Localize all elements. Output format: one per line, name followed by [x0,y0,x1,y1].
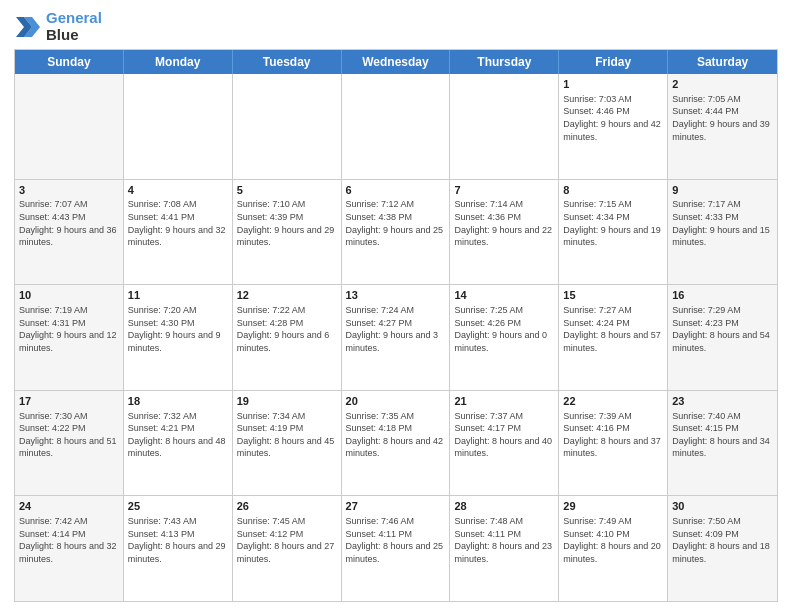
calendar-cell: 22Sunrise: 7:39 AM Sunset: 4:16 PM Dayli… [559,391,668,496]
day-info: Sunrise: 7:35 AM Sunset: 4:18 PM Dayligh… [346,410,446,460]
calendar-header: SundayMondayTuesdayWednesdayThursdayFrid… [15,50,777,74]
day-number: 29 [563,499,663,514]
day-info: Sunrise: 7:17 AM Sunset: 4:33 PM Dayligh… [672,198,773,248]
calendar-row: 10Sunrise: 7:19 AM Sunset: 4:31 PM Dayli… [15,284,777,390]
header: General Blue [14,10,778,43]
day-info: Sunrise: 7:15 AM Sunset: 4:34 PM Dayligh… [563,198,663,248]
calendar-cell: 25Sunrise: 7:43 AM Sunset: 4:13 PM Dayli… [124,496,233,601]
day-info: Sunrise: 7:05 AM Sunset: 4:44 PM Dayligh… [672,93,773,143]
day-number: 23 [672,394,773,409]
logo-icon [14,13,42,41]
day-number: 30 [672,499,773,514]
weekday-header: Wednesday [342,50,451,74]
calendar-cell: 15Sunrise: 7:27 AM Sunset: 4:24 PM Dayli… [559,285,668,390]
calendar-row: 24Sunrise: 7:42 AM Sunset: 4:14 PM Dayli… [15,495,777,601]
day-info: Sunrise: 7:32 AM Sunset: 4:21 PM Dayligh… [128,410,228,460]
calendar-cell: 3Sunrise: 7:07 AM Sunset: 4:43 PM Daylig… [15,180,124,285]
day-number: 6 [346,183,446,198]
calendar-cell: 14Sunrise: 7:25 AM Sunset: 4:26 PM Dayli… [450,285,559,390]
day-info: Sunrise: 7:08 AM Sunset: 4:41 PM Dayligh… [128,198,228,248]
calendar-cell: 12Sunrise: 7:22 AM Sunset: 4:28 PM Dayli… [233,285,342,390]
logo: General Blue [14,10,102,43]
calendar-cell: 20Sunrise: 7:35 AM Sunset: 4:18 PM Dayli… [342,391,451,496]
day-number: 1 [563,77,663,92]
calendar-cell: 18Sunrise: 7:32 AM Sunset: 4:21 PM Dayli… [124,391,233,496]
day-number: 17 [19,394,119,409]
calendar-cell [450,74,559,179]
calendar-cell: 11Sunrise: 7:20 AM Sunset: 4:30 PM Dayli… [124,285,233,390]
calendar-cell: 26Sunrise: 7:45 AM Sunset: 4:12 PM Dayli… [233,496,342,601]
day-number: 25 [128,499,228,514]
day-number: 9 [672,183,773,198]
day-info: Sunrise: 7:37 AM Sunset: 4:17 PM Dayligh… [454,410,554,460]
weekday-header: Sunday [15,50,124,74]
day-info: Sunrise: 7:07 AM Sunset: 4:43 PM Dayligh… [19,198,119,248]
day-info: Sunrise: 7:10 AM Sunset: 4:39 PM Dayligh… [237,198,337,248]
day-number: 16 [672,288,773,303]
calendar-row: 17Sunrise: 7:30 AM Sunset: 4:22 PM Dayli… [15,390,777,496]
day-info: Sunrise: 7:25 AM Sunset: 4:26 PM Dayligh… [454,304,554,354]
day-info: Sunrise: 7:03 AM Sunset: 4:46 PM Dayligh… [563,93,663,143]
calendar-cell [15,74,124,179]
day-info: Sunrise: 7:46 AM Sunset: 4:11 PM Dayligh… [346,515,446,565]
day-number: 18 [128,394,228,409]
day-info: Sunrise: 7:22 AM Sunset: 4:28 PM Dayligh… [237,304,337,354]
calendar-cell [233,74,342,179]
calendar-row: 3Sunrise: 7:07 AM Sunset: 4:43 PM Daylig… [15,179,777,285]
day-number: 5 [237,183,337,198]
calendar-cell: 23Sunrise: 7:40 AM Sunset: 4:15 PM Dayli… [668,391,777,496]
calendar-cell: 24Sunrise: 7:42 AM Sunset: 4:14 PM Dayli… [15,496,124,601]
calendar-cell: 21Sunrise: 7:37 AM Sunset: 4:17 PM Dayli… [450,391,559,496]
day-info: Sunrise: 7:49 AM Sunset: 4:10 PM Dayligh… [563,515,663,565]
weekday-header: Monday [124,50,233,74]
calendar-cell: 16Sunrise: 7:29 AM Sunset: 4:23 PM Dayli… [668,285,777,390]
day-number: 27 [346,499,446,514]
calendar-cell [342,74,451,179]
day-info: Sunrise: 7:14 AM Sunset: 4:36 PM Dayligh… [454,198,554,248]
calendar-cell: 2Sunrise: 7:05 AM Sunset: 4:44 PM Daylig… [668,74,777,179]
calendar-cell: 8Sunrise: 7:15 AM Sunset: 4:34 PM Daylig… [559,180,668,285]
day-number: 20 [346,394,446,409]
calendar-cell: 28Sunrise: 7:48 AM Sunset: 4:11 PM Dayli… [450,496,559,601]
weekday-header: Saturday [668,50,777,74]
calendar-body: 1Sunrise: 7:03 AM Sunset: 4:46 PM Daylig… [15,74,777,601]
day-number: 12 [237,288,337,303]
logo-text: General Blue [46,10,102,43]
calendar-cell: 19Sunrise: 7:34 AM Sunset: 4:19 PM Dayli… [233,391,342,496]
day-number: 8 [563,183,663,198]
day-number: 22 [563,394,663,409]
day-number: 13 [346,288,446,303]
page: General Blue SundayMondayTuesdayWednesda… [0,0,792,612]
day-number: 28 [454,499,554,514]
day-info: Sunrise: 7:19 AM Sunset: 4:31 PM Dayligh… [19,304,119,354]
day-info: Sunrise: 7:29 AM Sunset: 4:23 PM Dayligh… [672,304,773,354]
calendar-cell: 29Sunrise: 7:49 AM Sunset: 4:10 PM Dayli… [559,496,668,601]
calendar-cell: 7Sunrise: 7:14 AM Sunset: 4:36 PM Daylig… [450,180,559,285]
calendar: SundayMondayTuesdayWednesdayThursdayFrid… [14,49,778,602]
day-info: Sunrise: 7:12 AM Sunset: 4:38 PM Dayligh… [346,198,446,248]
day-number: 21 [454,394,554,409]
day-info: Sunrise: 7:39 AM Sunset: 4:16 PM Dayligh… [563,410,663,460]
calendar-row: 1Sunrise: 7:03 AM Sunset: 4:46 PM Daylig… [15,74,777,179]
day-number: 10 [19,288,119,303]
day-info: Sunrise: 7:24 AM Sunset: 4:27 PM Dayligh… [346,304,446,354]
day-number: 11 [128,288,228,303]
calendar-cell: 1Sunrise: 7:03 AM Sunset: 4:46 PM Daylig… [559,74,668,179]
day-number: 26 [237,499,337,514]
day-number: 14 [454,288,554,303]
day-info: Sunrise: 7:40 AM Sunset: 4:15 PM Dayligh… [672,410,773,460]
calendar-cell: 9Sunrise: 7:17 AM Sunset: 4:33 PM Daylig… [668,180,777,285]
calendar-cell: 13Sunrise: 7:24 AM Sunset: 4:27 PM Dayli… [342,285,451,390]
calendar-cell: 10Sunrise: 7:19 AM Sunset: 4:31 PM Dayli… [15,285,124,390]
calendar-cell: 5Sunrise: 7:10 AM Sunset: 4:39 PM Daylig… [233,180,342,285]
day-number: 19 [237,394,337,409]
calendar-cell: 27Sunrise: 7:46 AM Sunset: 4:11 PM Dayli… [342,496,451,601]
calendar-cell: 4Sunrise: 7:08 AM Sunset: 4:41 PM Daylig… [124,180,233,285]
day-info: Sunrise: 7:20 AM Sunset: 4:30 PM Dayligh… [128,304,228,354]
calendar-cell: 6Sunrise: 7:12 AM Sunset: 4:38 PM Daylig… [342,180,451,285]
day-info: Sunrise: 7:50 AM Sunset: 4:09 PM Dayligh… [672,515,773,565]
day-number: 24 [19,499,119,514]
day-number: 2 [672,77,773,92]
day-info: Sunrise: 7:43 AM Sunset: 4:13 PM Dayligh… [128,515,228,565]
day-number: 7 [454,183,554,198]
